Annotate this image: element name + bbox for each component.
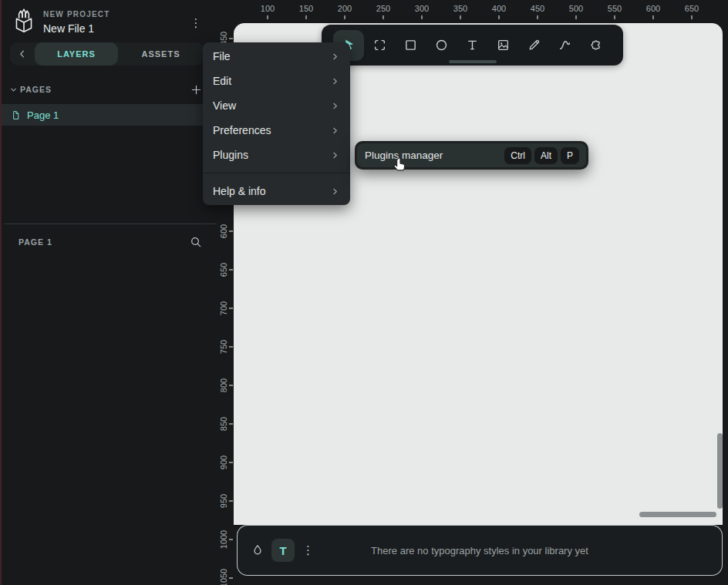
plus-icon [190,84,202,96]
chevron-right-icon [330,52,340,62]
ruler-tick [229,500,233,502]
toolbar-drag-handle[interactable] [449,60,497,63]
chevron-left-icon [17,49,28,59]
sidebar-header: NEW PROJECT New File 1 ⋮ [0,0,217,42]
typography-tab-button[interactable]: T [271,539,295,562]
ruler-tick [305,15,307,19]
menu-item-help-info[interactable]: Help & info [203,179,350,203]
ruler-tick [229,385,233,386]
tool-curve[interactable] [549,30,580,61]
penpot-logo-icon[interactable] [10,8,38,35]
file-name: New File 1 [43,22,94,35]
ruler-label: 500 [569,4,583,13]
page-list-item[interactable]: Page 1 [0,104,217,126]
ruler-label: 750 [219,340,228,354]
collapse-sidebar-button[interactable] [10,42,35,66]
ruler-tick [229,577,233,579]
tab-layers[interactable]: LAYERS [35,42,118,66]
sidebar: NEW PROJECT New File 1 ⋮ LAYERS ASSETS P… [0,0,217,585]
chevron-right-icon [330,101,340,111]
vertical-scrollbar[interactable] [717,433,723,509]
search-layers-button[interactable] [188,234,204,250]
ruler-label: 400 [492,4,506,13]
pages-section-title: PAGES [20,85,52,94]
tool-rectangle[interactable] [395,30,426,61]
color-droplet-icon[interactable] [251,544,264,556]
menu-item-label: View [213,99,236,112]
ruler-label: 800 [219,378,228,392]
typography-panel: There are no typography styles in your l… [237,525,723,576]
file-options-kebab-icon[interactable]: ⋮ [189,14,203,32]
ruler-label: 100 [261,4,275,13]
ruler-tick [575,15,577,19]
hand-cursor-icon [390,156,410,176]
tab-assets[interactable]: ASSETS [118,42,204,66]
add-page-button[interactable] [189,82,203,96]
app-window: 100150200250300350400450500550600650 350… [0,0,728,585]
ruler-tick [267,15,268,19]
menu-separator [203,173,350,173]
chevron-right-icon [330,187,340,197]
ruler-label: 250 [376,4,390,13]
ruler-tick [460,15,461,19]
menu-item-view[interactable]: View [203,93,350,118]
ruler-label: 600 [219,224,228,238]
menu-item-label: Help & info [213,185,265,197]
page-document-icon [11,110,21,120]
menu-item-preferences[interactable]: Preferences [203,118,350,143]
menu-item-file[interactable]: File [203,44,350,69]
key-badge: Alt [534,147,558,164]
ruler-label: 650 [219,263,228,277]
horizontal-scrollbar[interactable] [639,512,716,517]
ruler-tick [229,346,233,348]
ruler-label: 650 [685,4,699,13]
pages-section-header: PAGES [0,80,217,99]
menu-item-label: File [213,50,231,62]
tool-text[interactable] [457,30,487,61]
tool-image[interactable] [487,30,518,61]
page-name: Page 1 [27,109,59,121]
ruler-label: 150 [299,4,313,13]
ruler-tick [421,15,423,19]
tool-plugins[interactable] [580,30,611,61]
ruler-label: 600 [646,4,660,13]
menu-item-plugins[interactable]: Plugins [203,143,350,167]
ruler-tick [229,230,233,232]
ruler-tick [229,269,233,271]
ruler-label: 450 [531,4,544,13]
ruler-tick [537,15,538,19]
toolbar-tools [333,30,611,61]
ruler-label: 350 [453,4,467,13]
chevron-right-icon [330,150,340,160]
layers-section-header: PAGE 1 [0,233,217,251]
typography-panel-controls: T ⋮ [251,526,313,575]
ruler-tick [498,15,500,19]
ruler-label: 300 [415,4,429,13]
key-badge: Ctrl [504,147,531,164]
typography-options-kebab-icon[interactable]: ⋮ [302,543,313,557]
ruler-tick [229,539,233,540]
ruler-tick [691,15,693,19]
tool-pen[interactable] [518,30,549,61]
chevron-down-icon[interactable] [9,86,18,94]
chevron-right-icon [330,126,340,136]
ruler-tick [229,423,233,425]
shortcut-keys: Ctrl Alt P [504,147,579,164]
ruler-tick [344,15,345,19]
ruler-tick [383,15,384,19]
sidebar-divider [5,224,217,224]
menu-item-edit[interactable]: Edit [203,69,350,93]
menu-item-label: Edit [213,75,231,87]
ruler-tick [652,15,654,19]
tool-board[interactable] [364,30,395,61]
menu-item-label: Preferences [213,124,271,136]
ruler-tick [229,308,233,309]
ruler-tick [229,462,233,463]
layers-section-title: PAGE 1 [19,237,52,247]
key-badge: P [561,147,579,164]
tool-ellipse[interactable] [426,30,457,61]
menu-item-label: Plugins [213,149,248,161]
window-edge-strip [0,0,2,585]
ruler-label: 900 [219,456,228,469]
ruler-label: 1050 [219,569,228,585]
